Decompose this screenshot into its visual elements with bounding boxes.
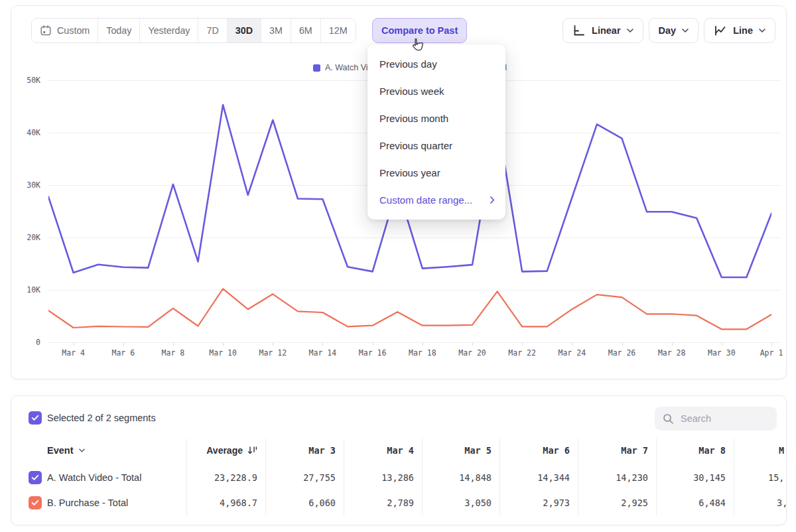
cell-value-cut: 15, (768, 472, 784, 483)
x-axis-tick (771, 343, 772, 346)
x-axis-tick (423, 343, 423, 346)
x-axis-label: Mar 20 (458, 348, 486, 358)
date-range-label: 7D (206, 25, 218, 36)
chart-card: CustomTodayYesterday7D30D3M6M12M Compare… (11, 5, 787, 379)
date-range-label: Today (106, 25, 131, 36)
cursor-pointer-icon (410, 37, 425, 53)
x-axis-tick (672, 343, 673, 346)
x-axis-tick (722, 343, 722, 346)
interval-label: Day (659, 25, 677, 36)
x-axis-label: Mar 6 (111, 348, 135, 358)
date-range-yesterday[interactable]: Yesterday (140, 19, 198, 42)
x-axis-tick (273, 343, 273, 346)
date-range-label: 6M (299, 25, 312, 36)
legend-swatch (313, 64, 320, 72)
date-range-6m[interactable]: 6M (291, 19, 321, 42)
series-line-b (48, 289, 771, 329)
date-range-label: Yesterday (148, 25, 190, 36)
x-axis-line (48, 342, 781, 343)
chevron-down-icon (682, 29, 689, 33)
date-range-label: 12M (329, 25, 348, 36)
chart-controls: Linear Day Line (563, 18, 775, 43)
date-range-custom[interactable]: Custom (32, 19, 98, 42)
x-axis-label: Mar 14 (309, 348, 337, 358)
y-axis-label: 50K (11, 76, 40, 85)
scale-select[interactable]: Linear (563, 18, 643, 43)
chevron-down-icon (627, 29, 633, 33)
date-range-label: 3M (269, 25, 283, 36)
menu-item-previous-month[interactable]: Previous month (367, 105, 505, 132)
x-axis-tick (373, 343, 373, 346)
select-all-checkbox[interactable] (29, 411, 42, 425)
menu-item-previous-week[interactable]: Previous week (367, 78, 505, 105)
x-axis-tick (123, 343, 124, 346)
x-axis-tick (522, 343, 523, 346)
line-chart-icon (714, 25, 727, 36)
row-checkbox[interactable] (29, 496, 42, 509)
date-range-label: 30D (235, 25, 253, 36)
cell-value-cut: 3, (777, 498, 787, 508)
segments-card: Selected 2 of 2 segments Event AverageMa… (11, 395, 787, 525)
menu-item-previous-year[interactable]: Previous year (367, 159, 505, 186)
calendar-icon (40, 25, 52, 36)
x-axis-tick (74, 343, 74, 346)
y-axis-label: 0 (11, 338, 40, 347)
date-range-3m[interactable]: 3M (261, 19, 291, 42)
x-axis-label: Mar 12 (259, 348, 287, 358)
x-axis-label: Mar 18 (409, 348, 436, 358)
chevron-down-icon (759, 29, 765, 33)
chevron-down-icon (79, 448, 85, 452)
x-axis-tick (173, 343, 174, 346)
linear-scale-icon (572, 25, 586, 36)
cell-value: 6,484 (626, 498, 726, 508)
y-axis-label: 20K (11, 233, 40, 242)
column-header-mar-8: Mar 8 (626, 445, 726, 456)
column-header-label: Event (47, 445, 74, 456)
segment-name[interactable]: A. Watch Video - Total (47, 472, 141, 483)
x-axis-tick (322, 343, 323, 346)
date-range-12m[interactable]: 12M (321, 19, 356, 42)
date-range-30d[interactable]: 30D (228, 19, 261, 42)
date-range-selector: CustomTodayYesterday7D30D3M6M12M (31, 18, 356, 43)
segment-name[interactable]: B. Purchase - Total (47, 498, 128, 508)
selected-count-label: Selected 2 of 2 segments (47, 413, 156, 423)
date-range-today[interactable]: Today (98, 19, 140, 42)
menu-item-custom-date-range[interactable]: Custom date range... (367, 186, 505, 214)
table-row[interactable]: A. Watch Video - Total23,228.927,75513,2… (11, 465, 786, 490)
y-axis-label: 10K (11, 285, 40, 295)
date-range-label: Custom (57, 25, 90, 36)
interval-select[interactable]: Day (649, 18, 699, 43)
x-axis-tick (223, 343, 224, 346)
chevron-right-icon (490, 196, 495, 204)
chart-type-select[interactable]: Line (704, 18, 775, 43)
y-axis-label: 30K (11, 180, 40, 190)
x-axis-label: Mar 26 (608, 348, 636, 358)
column-header-event[interactable]: Event (47, 445, 85, 456)
table-row[interactable]: B. Purchase - Total4,968.76,0602,7893,05… (11, 490, 786, 515)
menu-item-previous-quarter[interactable]: Previous quarter (367, 132, 505, 159)
chart-type-label: Line (733, 25, 753, 36)
x-axis-label: Mar 10 (209, 348, 237, 358)
x-axis-label: Mar 22 (508, 348, 536, 358)
y-axis-label: 40K (11, 128, 40, 137)
search-icon (663, 413, 674, 425)
row-checkbox[interactable] (29, 471, 42, 484)
x-axis-tick (472, 343, 473, 346)
menu-item-previous-day[interactable]: Previous day (367, 50, 505, 78)
column-header-cut: M (779, 445, 784, 456)
x-axis-label: Mar 30 (708, 348, 736, 358)
x-axis-label: Mar 4 (62, 348, 85, 358)
date-range-7d[interactable]: 7D (198, 19, 227, 42)
x-axis-label: Apr 1 (760, 348, 783, 358)
search-input[interactable] (679, 413, 769, 425)
cell-value: 30,145 (626, 472, 726, 483)
compare-menu: Previous dayPrevious weekPrevious monthP… (367, 44, 505, 220)
x-axis-tick (622, 343, 623, 346)
search-box (655, 407, 777, 431)
menu-item-label: Custom date range... (379, 194, 472, 206)
x-axis-tick (572, 343, 572, 346)
x-axis-label: Mar 16 (359, 348, 387, 358)
scale-label: Linear (592, 25, 621, 36)
x-axis-label: Mar 28 (658, 348, 686, 358)
x-axis-label: Mar 8 (162, 348, 185, 358)
